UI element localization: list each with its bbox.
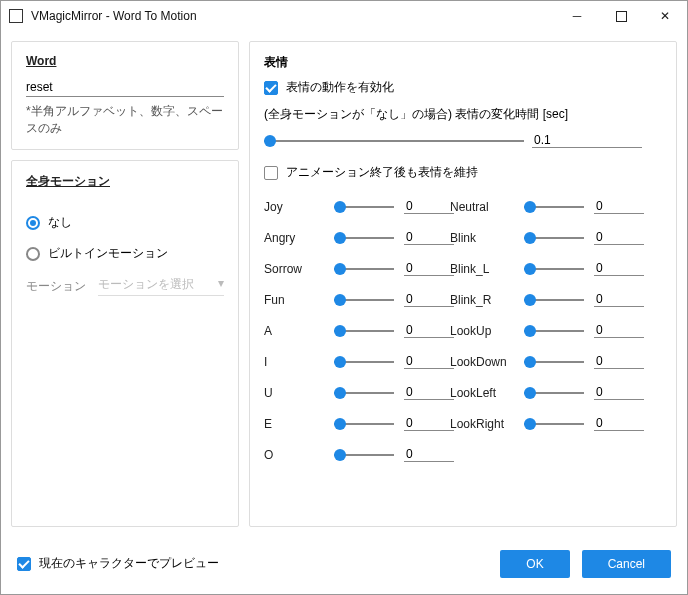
param-slider[interactable]: [334, 355, 394, 369]
param-slider[interactable]: [524, 293, 584, 307]
keep-expression-checkbox[interactable]: アニメーション終了後も表情を維持: [264, 164, 662, 181]
checkbox-icon: [264, 81, 278, 95]
param-label: U: [264, 386, 324, 400]
keep-expression-label: アニメーション終了後も表情を維持: [286, 164, 478, 181]
radio-icon: [26, 247, 40, 261]
close-button[interactable]: ✕: [643, 2, 687, 30]
param-label: LookLeft: [450, 386, 514, 400]
param-slider[interactable]: [334, 386, 394, 400]
chevron-down-icon: ▾: [218, 276, 224, 293]
motion-card: 全身モーション なし ビルトインモーション モーション モーションを選択 ▾: [11, 160, 239, 527]
time-label: (全身モーションが「なし」の場合) 表情の変化時間 [sec]: [264, 106, 662, 123]
param-slider[interactable]: [334, 200, 394, 214]
footer: 現在のキャラクターでプレビュー OK Cancel: [1, 537, 687, 594]
motion-select[interactable]: モーションを選択 ▾: [98, 276, 224, 296]
enable-expression-label: 表情の動作を有効化: [286, 79, 394, 96]
param-label: A: [264, 324, 324, 338]
param-label: I: [264, 355, 324, 369]
word-title: Word: [26, 54, 56, 68]
param-value-input[interactable]: [404, 416, 454, 431]
content: Word *半角アルファベット、数字、スペースのみ 全身モーション なし ビルト…: [1, 31, 687, 537]
radio-builtin[interactable]: ビルトインモーション: [26, 245, 224, 262]
param-slider[interactable]: [524, 262, 584, 276]
param-value-input[interactable]: [594, 292, 644, 307]
param-grid: JoyNeutralAngryBlinkSorrowBlink_LFunBlin…: [264, 199, 662, 462]
param-slider[interactable]: [334, 262, 394, 276]
param-slider[interactable]: [524, 200, 584, 214]
param-label: LookRight: [450, 417, 514, 431]
motion-select-placeholder: モーションを選択: [98, 276, 194, 293]
param-label: Sorrow: [264, 262, 324, 276]
param-slider[interactable]: [524, 355, 584, 369]
checkbox-icon: [17, 557, 31, 571]
param-slider[interactable]: [524, 231, 584, 245]
param-value-input[interactable]: [404, 292, 454, 307]
param-value-input[interactable]: [594, 261, 644, 276]
param-value-input[interactable]: [594, 385, 644, 400]
ok-button[interactable]: OK: [500, 550, 569, 578]
time-slider[interactable]: [264, 134, 524, 148]
param-label: Blink: [450, 231, 514, 245]
param-slider[interactable]: [334, 231, 394, 245]
param-label: Blink_R: [450, 293, 514, 307]
radio-none-label: なし: [48, 214, 72, 231]
time-value-input[interactable]: [532, 133, 642, 148]
radio-icon: [26, 216, 40, 230]
param-label: LookDown: [450, 355, 514, 369]
param-value-input[interactable]: [594, 354, 644, 369]
time-row: [264, 133, 662, 148]
radio-builtin-label: ビルトインモーション: [48, 245, 168, 262]
motion-title: 全身モーション: [26, 173, 110, 190]
app-icon: [9, 9, 23, 23]
param-value-input[interactable]: [594, 323, 644, 338]
param-slider[interactable]: [524, 324, 584, 338]
expression-card: 表情 表情の動作を有効化 (全身モーションが「なし」の場合) 表情の変化時間 […: [249, 41, 677, 527]
enable-expression-checkbox[interactable]: 表情の動作を有効化: [264, 79, 662, 96]
param-value-input[interactable]: [404, 199, 454, 214]
motion-dropdown-label: モーション: [26, 278, 86, 295]
param-label: LookUp: [450, 324, 514, 338]
word-card: Word *半角アルファベット、数字、スペースのみ: [11, 41, 239, 150]
param-value-input[interactable]: [404, 261, 454, 276]
param-value-input[interactable]: [594, 416, 644, 431]
param-value-input[interactable]: [404, 447, 454, 462]
param-label: Joy: [264, 200, 324, 214]
maximize-icon: [616, 11, 627, 22]
param-slider[interactable]: [524, 386, 584, 400]
preview-label: 現在のキャラクターでプレビュー: [39, 555, 219, 572]
param-label: Angry: [264, 231, 324, 245]
window-title: VMagicMirror - Word To Motion: [31, 9, 555, 23]
maximize-button[interactable]: [599, 2, 643, 30]
param-value-input[interactable]: [594, 199, 644, 214]
preview-checkbox[interactable]: 現在のキャラクターでプレビュー: [17, 555, 219, 572]
param-label: E: [264, 417, 324, 431]
expression-title: 表情: [264, 54, 662, 71]
param-value-input[interactable]: [404, 385, 454, 400]
param-slider[interactable]: [334, 324, 394, 338]
param-value-input[interactable]: [404, 354, 454, 369]
motion-select-row: モーション モーションを選択 ▾: [26, 276, 224, 296]
checkbox-icon: [264, 166, 278, 180]
param-slider[interactable]: [334, 293, 394, 307]
param-label: O: [264, 448, 324, 462]
radio-none[interactable]: なし: [26, 214, 224, 231]
param-slider[interactable]: [334, 448, 394, 462]
titlebar: VMagicMirror - Word To Motion ─ ✕: [1, 1, 687, 31]
left-column: Word *半角アルファベット、数字、スペースのみ 全身モーション なし ビルト…: [11, 41, 239, 527]
param-slider[interactable]: [524, 417, 584, 431]
param-label: Blink_L: [450, 262, 514, 276]
word-helper: *半角アルファベット、数字、スペースのみ: [26, 103, 224, 137]
param-slider[interactable]: [334, 417, 394, 431]
word-input[interactable]: [26, 78, 224, 97]
param-value-input[interactable]: [594, 230, 644, 245]
param-label: Neutral: [450, 200, 514, 214]
param-value-input[interactable]: [404, 230, 454, 245]
param-label: Fun: [264, 293, 324, 307]
param-value-input[interactable]: [404, 323, 454, 338]
minimize-button[interactable]: ─: [555, 2, 599, 30]
cancel-button[interactable]: Cancel: [582, 550, 671, 578]
